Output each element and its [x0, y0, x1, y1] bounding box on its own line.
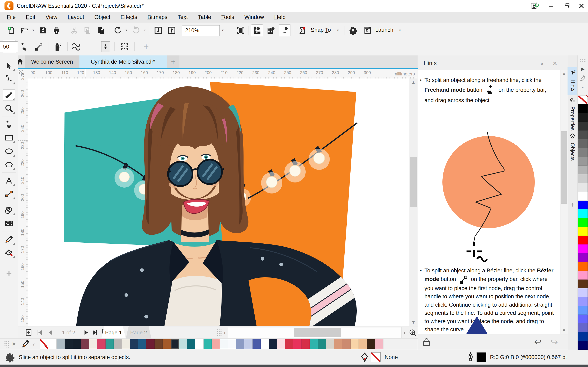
print-button[interactable] — [51, 25, 62, 36]
pick-tool[interactable] — [3, 60, 15, 71]
color-swatch[interactable] — [578, 315, 588, 323]
transparency-tool[interactable] — [3, 204, 15, 216]
color-swatch[interactable] — [81, 339, 89, 349]
palette-drag-handle[interactable] — [580, 59, 586, 62]
color-swatch[interactable] — [578, 166, 588, 174]
color-swatch[interactable] — [578, 174, 588, 183]
color-swatch[interactable] — [57, 339, 65, 349]
color-swatch[interactable] — [578, 297, 588, 306]
launch-icon[interactable] — [362, 25, 374, 36]
ellipse-tool[interactable] — [3, 146, 15, 157]
color-swatch[interactable] — [342, 339, 351, 349]
docker-tab-objects[interactable]: Objects — [568, 131, 577, 164]
menu-bitmaps[interactable]: Bitmaps — [142, 12, 173, 23]
color-swatch[interactable] — [578, 192, 588, 201]
docker-collapse-icon[interactable]: » — [537, 59, 546, 68]
docker-close-icon[interactable]: ✕ — [550, 59, 559, 68]
menu-help[interactable]: Help — [269, 12, 291, 23]
color-swatch[interactable] — [578, 157, 588, 166]
color-swatch[interactable] — [285, 339, 293, 349]
color-swatch[interactable] — [195, 339, 204, 349]
color-swatch[interactable] — [269, 339, 277, 349]
menu-layout[interactable]: Layout — [62, 12, 89, 23]
minimize-button[interactable] — [545, 0, 558, 12]
color-swatch[interactable] — [236, 339, 244, 349]
palette-scroll-up-icon[interactable]: ˆ — [578, 86, 588, 92]
color-swatch[interactable] — [228, 339, 236, 349]
freehand-tool[interactable] — [3, 119, 15, 130]
canvas-vertical-scrollbar[interactable]: ▲ ▼ — [409, 78, 417, 326]
interactive-fill-tool[interactable] — [3, 247, 15, 259]
menu-tools[interactable]: Tools — [216, 12, 239, 23]
fill-status-icon[interactable] — [360, 352, 370, 363]
docker-tab-properties[interactable]: Properties — [568, 95, 577, 131]
tab-active-document[interactable]: Cynthia de Melo Silva.cdr* — [79, 55, 167, 68]
canvas-horizontal-scrollbar[interactable] — [228, 327, 402, 338]
color-swatch[interactable] — [261, 339, 269, 349]
snap-off-button[interactable] — [296, 25, 308, 36]
account-icon[interactable] — [528, 0, 541, 12]
color-swatch[interactable] — [351, 339, 359, 349]
color-swatch[interactable] — [187, 339, 195, 349]
zoom-level-combo[interactable]: 210% ▾ — [182, 25, 220, 36]
zoom-dropdown-arrow[interactable]: ▾ — [217, 25, 226, 35]
color-swatch[interactable] — [163, 339, 171, 349]
color-swatch[interactable] — [578, 113, 588, 122]
color-swatch[interactable] — [293, 339, 302, 349]
hint-forward-arrow[interactable]: ↪ — [550, 337, 558, 347]
restore-button[interactable] — [561, 0, 574, 12]
fill-color-swatch[interactable] — [371, 352, 380, 362]
color-swatch[interactable] — [578, 244, 588, 253]
rectangle-tool[interactable] — [3, 132, 15, 143]
launch-dropdown-arrow[interactable]: ▾ — [397, 25, 403, 36]
hints-scroll-thumb[interactable] — [561, 131, 567, 204]
swatch-none[interactable] — [578, 95, 588, 104]
color-swatch[interactable] — [220, 339, 228, 349]
hints-scroll-down[interactable]: ▼ — [561, 328, 568, 333]
knife-tool[interactable] — [3, 89, 15, 101]
color-swatch[interactable] — [375, 339, 383, 349]
color-swatch[interactable] — [578, 306, 588, 315]
color-swatch[interactable] — [578, 323, 588, 332]
document-palette-eyedropper-icon[interactable] — [21, 340, 30, 349]
new-tab-button[interactable]: + — [167, 55, 180, 68]
horizontal-scroll-thumb[interactable] — [294, 328, 341, 337]
outline-color-swatch[interactable] — [476, 352, 486, 362]
page-tab-2[interactable]: Page 2 — [126, 326, 151, 339]
color-swatch[interactable] — [578, 280, 588, 288]
smoothing-input[interactable]: 50 — [0, 42, 17, 52]
menu-object[interactable]: Object — [89, 12, 115, 23]
pattern-fill-tool[interactable] — [3, 218, 15, 229]
rulers-toggle[interactable] — [251, 25, 263, 36]
options-gear-button[interactable] — [347, 25, 359, 36]
connector-tool[interactable] — [3, 188, 15, 200]
pencil-curve-button[interactable] — [52, 40, 65, 53]
color-swatch[interactable] — [578, 183, 588, 192]
zoom-tool[interactable] — [3, 103, 15, 114]
save-button[interactable] — [37, 25, 49, 36]
eyedropper-tool[interactable] — [3, 234, 15, 245]
color-swatch[interactable] — [578, 236, 588, 244]
color-swatch[interactable] — [179, 339, 187, 349]
paste-button[interactable] — [95, 25, 107, 36]
color-swatch[interactable] — [578, 288, 588, 297]
menu-file[interactable]: File — [2, 12, 21, 23]
menu-table[interactable]: Table — [193, 12, 216, 23]
palette-flyout-arrow[interactable]: ▶ — [578, 66, 588, 72]
vertical-scroll-thumb[interactable] — [410, 157, 417, 207]
launch-label[interactable]: Launch — [375, 27, 393, 33]
undo-button[interactable] — [112, 25, 124, 36]
page-tab-1[interactable]: Page 1 — [101, 326, 126, 339]
color-swatch[interactable] — [578, 104, 588, 113]
next-page-button[interactable] — [82, 326, 91, 339]
color-swatch[interactable] — [252, 339, 261, 349]
docker-tab-hints[interactable]: ? Hints — [568, 67, 577, 95]
color-swatch[interactable] — [578, 122, 588, 131]
color-swatch[interactable] — [578, 271, 588, 280]
export-button[interactable] — [166, 25, 178, 36]
swatch-none[interactable] — [40, 339, 48, 349]
color-swatch[interactable] — [105, 339, 114, 349]
open-button[interactable] — [19, 25, 31, 36]
color-swatch[interactable] — [578, 227, 588, 236]
color-swatch[interactable] — [244, 339, 252, 349]
